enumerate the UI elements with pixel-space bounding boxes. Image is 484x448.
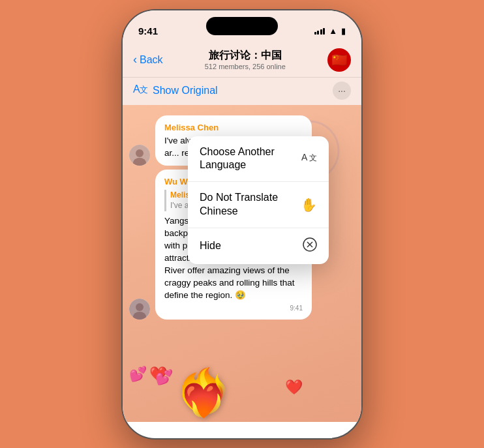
dynamic-island xyxy=(206,17,278,35)
chevron-left-icon: ‹ xyxy=(133,53,137,67)
do-not-translate-label: Do Not TranslateChinese xyxy=(200,191,278,218)
choose-language-label: Choose AnotherLanguage xyxy=(200,145,275,173)
avatar-wuweiqi xyxy=(129,299,150,320)
heart-sticker: ❤️‍🔥 xyxy=(175,370,232,415)
svg-text:A: A xyxy=(301,152,308,162)
status-time: 9:41 xyxy=(138,25,158,37)
status-bar: 9:41 ▲ ▮ xyxy=(123,10,361,44)
chat-title: 旅行讨论：中国 xyxy=(205,49,286,63)
dropdown-menu: Choose AnotherLanguage A 文 Do Not Transl… xyxy=(188,136,329,264)
translation-bar: A 文 Show Original ··· xyxy=(123,78,361,105)
chat-area: 文 Melissa Chen I've always want... but b… xyxy=(123,105,361,422)
translate-left: A 文 Show Original xyxy=(133,83,218,98)
svg-point-5 xyxy=(136,149,144,157)
battery-icon: ▮ xyxy=(341,26,346,36)
menu-item-hide[interactable]: Hide xyxy=(188,228,329,264)
group-avatar[interactable]: 🇨🇳 xyxy=(327,48,351,72)
svg-text:文: 文 xyxy=(309,153,317,162)
nav-center: 旅行讨论：中国 512 members, 256 online xyxy=(205,49,286,70)
svg-point-8 xyxy=(136,303,144,311)
wifi-icon: ▲ xyxy=(329,26,337,36)
close-circle-icon xyxy=(303,237,317,255)
hide-label: Hide xyxy=(200,239,221,253)
chat-subtitle: 512 members, 256 online xyxy=(205,63,286,70)
more-icon: ··· xyxy=(338,85,346,96)
stop-hand-icon: ✋ xyxy=(301,197,317,213)
avatar-emoji: 🇨🇳 xyxy=(331,52,348,68)
show-original-button[interactable]: Show Original xyxy=(153,85,218,97)
back-label: Back xyxy=(140,54,163,66)
message-timestamp: 9:41 xyxy=(164,304,303,313)
avatar-melissa xyxy=(129,145,150,166)
back-button[interactable]: ‹ Back xyxy=(133,53,163,67)
phone-frame: 9:41 ▲ ▮ ‹ Back 旅行讨论：中国 512 members, 256… xyxy=(121,9,363,440)
menu-item-do-not-translate[interactable]: Do Not TranslateChinese ✋ xyxy=(188,182,329,228)
sender-melissa: Melissa Chen xyxy=(164,122,303,134)
decorative-heart-right: ❤️ xyxy=(285,379,303,396)
menu-item-choose-language[interactable]: Choose AnotherLanguage A 文 xyxy=(188,136,329,183)
svg-text:文: 文 xyxy=(140,85,147,95)
translate-menu-icon: A 文 xyxy=(301,150,317,168)
heart-emoji: 💕 xyxy=(129,366,147,383)
signal-icon xyxy=(314,28,325,35)
translate-icon: A 文 xyxy=(133,83,147,98)
decorative-heart-left: 💕 xyxy=(155,369,173,386)
status-icons: ▲ ▮ xyxy=(314,26,346,36)
nav-bar: ‹ Back 旅行讨论：中国 512 members, 256 online 🇨… xyxy=(123,44,361,78)
more-options-button[interactable]: ··· xyxy=(333,82,351,100)
